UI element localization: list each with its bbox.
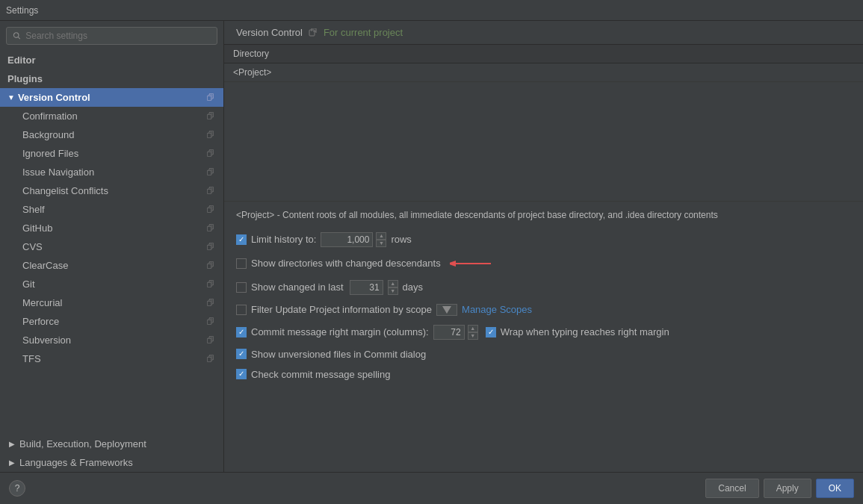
sidebar-item-shelf[interactable]: Shelf 🗍 [0, 200, 223, 219]
sidebar: Editor Plugins ▼ Version Control 🗍 Confi… [0, 21, 224, 472]
search-icon [13, 31, 21, 40]
commit-margin-spinner[interactable]: ▲ ▼ [468, 325, 478, 340]
page-icon: 🗍 [207, 355, 214, 363]
show-changed-input[interactable] [350, 280, 383, 295]
page-icon: 🗍 [207, 149, 214, 158]
show-directories-checkbox[interactable] [236, 258, 247, 269]
page-icon: 🗍 [207, 205, 214, 214]
page-icon: 🗍 [207, 280, 214, 288]
scope-dropdown[interactable] [436, 304, 457, 316]
show-unversioned-label: Show unversioned files in Commit dialog [251, 349, 426, 360]
svg-line-1 [18, 37, 20, 40]
settings-area: <Project> - Content roots of all modules… [224, 202, 863, 396]
filter-update-checkbox[interactable] [236, 305, 247, 315]
show-changed-checkbox[interactable] [236, 282, 247, 293]
sidebar-item-version-control[interactable]: ▼ Version Control 🗍 [0, 88, 223, 107]
sidebar-item-github[interactable]: GitHub 🗍 [0, 219, 223, 237]
check-spelling-row: Check commit message spelling [236, 369, 851, 380]
page-icon: 🗍 [207, 112, 214, 120]
wrap-checkbox[interactable] [486, 327, 496, 337]
directory-table: Directory <Project> [224, 45, 863, 202]
footer: ? Cancel Apply OK [0, 472, 863, 504]
check-spelling-label: Check commit message spelling [251, 369, 390, 380]
spinner-down[interactable]: ▼ [388, 287, 398, 295]
check-spelling-checkbox[interactable] [236, 369, 247, 379]
sidebar-item-mercurial[interactable]: Mercurial 🗍 [0, 293, 223, 312]
panel-body: Directory <Project> <Project> - Content … [224, 45, 863, 472]
sidebar-item-git[interactable]: Git 🗍 [0, 275, 223, 293]
commit-margin-checkbox[interactable] [236, 327, 247, 337]
main-content: Editor Plugins ▼ Version Control 🗍 Confi… [0, 21, 863, 472]
spinner-up[interactable]: ▲ [468, 325, 478, 332]
sidebar-item-ignored-files[interactable]: Ignored Files 🗍 [0, 144, 223, 163]
footer-right: Cancel Apply OK [705, 479, 854, 498]
sidebar-item-cvs[interactable]: CVS 🗍 [0, 237, 223, 256]
limit-history-spinner[interactable]: ▲ ▼ [376, 232, 386, 247]
help-button[interactable]: ? [9, 480, 25, 497]
sidebar-item-tfs[interactable]: TFS 🗍 [0, 349, 223, 368]
show-unversioned-row: Show unversioned files in Commit dialog [236, 349, 851, 360]
limit-history-label: Limit history to: [251, 234, 316, 245]
sidebar-item-background[interactable]: Background 🗍 [0, 125, 223, 144]
sidebar-item-languages-frameworks[interactable]: ▶ Languages & Frameworks [0, 453, 223, 472]
panel-subtitle: For current project [324, 27, 403, 38]
commit-margin-input[interactable] [433, 325, 465, 340]
sidebar-item-issue-navigation[interactable]: Issue Navigation 🗍 [0, 163, 223, 181]
page-icon: 🗍 [207, 243, 214, 251]
sidebar-item-clearcase[interactable]: ClearCase 🗍 [0, 256, 223, 275]
collapse-arrow-icon: ▶ [9, 458, 15, 467]
wrap-label: Wrap when typing reaches right margin [501, 326, 669, 337]
show-directories-label: Show directories with changed descendant… [251, 258, 441, 269]
panel-header: Version Control For current project [224, 21, 863, 45]
title-bar: Settings [0, 0, 863, 21]
svg-marker-9 [442, 306, 451, 314]
manage-scopes-button[interactable]: Manage Scopes [462, 304, 532, 315]
filter-update-label: Filter Update Project information by sco… [251, 304, 432, 315]
footer-left: ? [9, 480, 25, 497]
page-icon: 🗍 [207, 131, 214, 139]
show-directories-row: Show directories with changed descendant… [236, 256, 851, 271]
collapse-arrow-icon: ▶ [9, 440, 15, 448]
cancel-button[interactable]: Cancel [705, 479, 758, 498]
table-row[interactable]: <Project> [224, 63, 863, 82]
ok-button[interactable]: OK [816, 479, 854, 498]
show-changed-spinner[interactable]: ▲ ▼ [388, 280, 398, 295]
sidebar-item-build-execution-deployment[interactable]: ▶ Build, Execution, Deployment [0, 435, 223, 453]
apply-button[interactable]: Apply [764, 479, 811, 498]
page-icon: 🗍 [207, 168, 214, 176]
project-path-cell: <Project> [224, 63, 863, 82]
limit-history-input[interactable] [321, 232, 373, 247]
svg-point-0 [13, 33, 19, 38]
panel-title: Version Control [236, 27, 303, 38]
sidebar-item-editor[interactable]: Editor [0, 51, 223, 69]
spinner-down[interactable]: ▼ [468, 332, 478, 340]
limit-history-checkbox[interactable] [236, 234, 247, 245]
search-input[interactable] [25, 31, 211, 41]
page-icon: 🗍 [207, 299, 214, 307]
commit-margin-label: Commit message right margin (columns): [251, 326, 429, 337]
right-panel: Version Control For current project Dire… [224, 21, 863, 472]
sidebar-item-confirmation[interactable]: Confirmation 🗍 [0, 107, 223, 125]
directory-column-header: Directory [224, 45, 863, 63]
sidebar-item-plugins[interactable]: Plugins [0, 69, 223, 88]
sidebar-item-perforce[interactable]: Perforce 🗍 [0, 312, 223, 331]
spinner-up[interactable]: ▲ [376, 232, 386, 240]
commit-margin-row: Commit message right margin (columns): ▲… [236, 325, 851, 340]
sidebar-item-changelist-conflicts[interactable]: Changelist Conflicts 🗍 [0, 181, 223, 200]
page-icon: 🗍 [207, 261, 214, 270]
description-text: <Project> - Content roots of all modules… [236, 209, 851, 222]
page-icon: 🗍 [207, 93, 214, 102]
red-arrow-icon [450, 256, 495, 271]
sidebar-nav: Editor Plugins ▼ Version Control 🗍 Confi… [0, 51, 223, 435]
search-box[interactable] [6, 27, 217, 45]
expand-arrow-icon: ▼ [7, 93, 15, 102]
show-unversioned-checkbox[interactable] [236, 349, 247, 359]
spinner-down[interactable]: ▼ [376, 240, 386, 247]
show-changed-label: Show changed in last [251, 281, 344, 293]
page-icon: 🗍 [207, 187, 214, 195]
title-bar-text: Settings [6, 5, 38, 16]
sidebar-item-subversion[interactable]: Subversion 🗍 [0, 331, 223, 349]
show-changed-row: Show changed in last ▲ ▼ days [236, 280, 851, 295]
spinner-up[interactable]: ▲ [388, 280, 398, 287]
page-icon: 🗍 [207, 224, 214, 232]
